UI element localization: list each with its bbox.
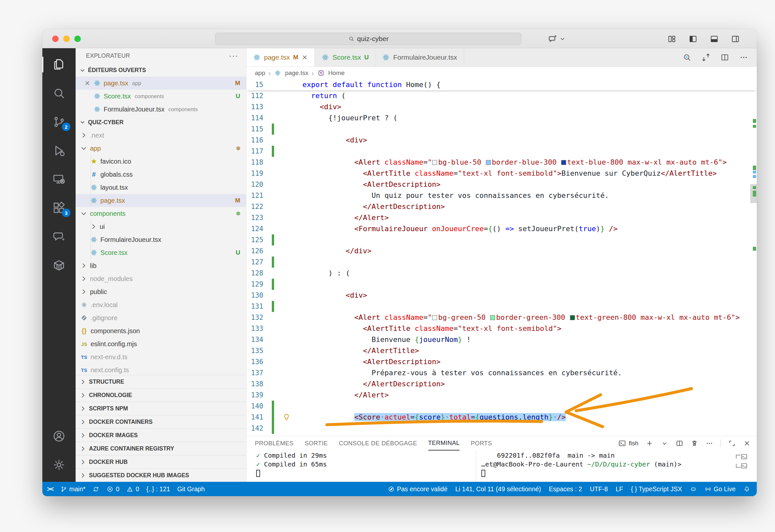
status-git-branch[interactable]: main* [60,485,86,493]
code-line-113[interactable]: 113 <div> [246,101,757,112]
code-line-137[interactable]: 137 Préparez-vous à tester vos connaissa… [246,367,757,379]
tree-item-components[interactable]: components [76,207,246,220]
terminal-pane-dev-server[interactable]: ✓ Compiled in 29ms✓ Compiled in 65ms [246,451,476,482]
panel-tab-TERMINAL[interactable]: TERMINAL [428,436,460,451]
status-language-mode[interactable]: { } TypeScript JSX [631,485,682,493]
sidebar-section-suggested-docker-hub-images[interactable]: SUGGESTED DOCKER HUB IMAGES [76,468,246,482]
split-terminal-icon[interactable] [676,439,683,447]
tree-item-lib[interactable]: lib [76,259,246,272]
more-actions-icon[interactable] [706,439,713,447]
status-cursor-position[interactable]: Li 141, Col 11 (49 sélectionné) [455,485,541,493]
status-git-graph[interactable]: Git Graph [177,485,205,493]
sidebar-section-structure[interactable]: STRUCTURE [76,375,246,388]
code-editor[interactable]: 15export default function Home() {112 re… [246,79,757,436]
code-line-141[interactable]: 141 <Score·actuel={score}·total={questio… [246,412,757,423]
close-icon[interactable] [301,54,308,61]
code-line-115[interactable]: 115 [246,123,757,135]
project-section-header[interactable]: QUIZ-CYBER [76,116,246,129]
status-eol[interactable]: LF [616,485,623,493]
activity-item-explorer[interactable] [42,50,76,79]
customize-layout-icon[interactable] [667,35,676,43]
status-copilot-status[interactable] [690,486,697,493]
code-line-128[interactable]: 128 ) : ( [246,268,757,279]
tree-item-public[interactable]: public [76,285,246,298]
status-git-sync[interactable] [93,486,99,493]
activity-item-extensions[interactable]: 3 [42,194,76,222]
code-line-121[interactable]: 121 Un quiz pour tester vos connaissance… [246,190,757,201]
toggle-primary-sidebar-icon[interactable] [689,35,697,43]
code-line-143[interactable]: 143 {questions.length > 0 ? ( [246,434,757,436]
code-line-136[interactable]: 136 <AlertDescription> [246,356,757,367]
tree-item-.next[interactable]: .next [76,129,246,142]
sidebar-section-scripts-npm[interactable]: SCRIPTS NPM [76,402,246,415]
activity-item-source-control[interactable]: 2 [42,108,76,136]
activity-item-run-and-debug[interactable] [42,136,76,165]
code-line-135[interactable]: 135 </AlertTitle> [246,345,757,356]
status-errors[interactable]: 0 [107,485,119,493]
tree-item-next-env.d.ts[interactable]: TSnext-env.d.ts [76,351,246,364]
tree-item-globals.css[interactable]: #globals.css [76,168,246,181]
terminal-session-item[interactable] [736,453,748,460]
activity-item-settings[interactable] [42,451,76,479]
panel-tab-PORTS[interactable]: PORTS [471,436,492,451]
kill-terminal-icon[interactable] [691,439,698,447]
code-line-116[interactable]: 116 <div> [246,135,757,146]
breadcrumb-item[interactable]: app [255,69,265,77]
activity-item-chat[interactable] [42,222,76,251]
maximize-panel-icon[interactable] [728,439,736,447]
code-line-125[interactable]: 125 [246,234,757,245]
code-line-130[interactable]: 130 <div> [246,290,757,301]
sidebar-section-docker-containers[interactable]: DOCKER CONTAINERS [76,415,246,428]
tree-item-node_modules[interactable]: node_modules [76,272,246,285]
panel-tab-CONSOLE DE DÉBOGAGE[interactable]: CONSOLE DE DÉBOGAGE [339,436,417,451]
code-line-123[interactable]: 123 </Alert> [246,212,757,223]
tab-page.tsx[interactable]: page.tsxM [246,48,315,66]
new-terminal-icon[interactable] [646,439,653,447]
overview-ruler[interactable] [750,79,757,436]
tree-item-eslint.config.mjs[interactable]: JSeslint.config.mjs [76,338,246,351]
code-line-134[interactable]: 134 Bienvenue {joueurNom} ! [246,334,757,345]
open-editor-FormulaireJoueur.tsx[interactable]: FormulaireJoueur.tsxcomponents [76,103,246,116]
panel-tab-PROBLÈMES[interactable]: PROBLÈMES [255,436,294,451]
close-window-button[interactable] [52,36,59,42]
breadcrumb[interactable]: app›page.tsx›Home [246,67,757,79]
tree-item-FormulaireJoueur.tsx[interactable]: FormulaireJoueur.tsx [76,233,246,246]
code-line-126[interactable]: 126 </div> [246,245,757,256]
code-line-139[interactable]: 139 </Alert> [246,390,757,401]
status-warnings[interactable]: 0 [126,485,139,493]
code-line-132[interactable]: 132 <Alert className="bg-green-50 border… [246,312,757,323]
sidebar-section-azure-container-registry[interactable]: AZURE CONTAINER REGISTRY [76,442,246,455]
code-line-138[interactable]: 138 </AlertDescription> [246,379,757,390]
code-line-131[interactable]: 131 [246,301,757,312]
terminal-profile[interactable]: fish [618,439,639,447]
code-line-112[interactable]: 112 return ( [246,90,757,101]
open-editor-page.tsx[interactable]: page.tsxappM [76,77,246,90]
status-references-count[interactable]: {..} : 121 [146,485,170,493]
status-indentation[interactable]: Espaces : 2 [549,485,582,493]
open-editor-Score.tsx[interactable]: Score.tsxcomponentsU [76,90,246,103]
toggle-panel-icon[interactable] [710,35,719,43]
activity-item-remote-explorer[interactable] [42,165,76,194]
panel-tab-SORTIE[interactable]: SORTIE [305,436,328,451]
more-actions-icon[interactable]: ··· [229,51,238,61]
copilot-chat-icon[interactable] [548,34,558,44]
tree-item-layout.tsx[interactable]: layout.tsx [76,181,246,194]
status-notifications[interactable] [743,486,750,493]
tree-item-ui[interactable]: ui [76,220,246,233]
more-icon[interactable] [739,53,748,62]
breadcrumb-item[interactable]: Home [328,69,345,77]
sidebar-section-chronologie[interactable]: CHRONOLOGIE [76,388,246,402]
chevron-down-icon[interactable] [661,439,668,447]
tree-item-Score.tsx[interactable]: Score.tsxU [76,246,246,259]
code-line-124[interactable]: 124 <FormulaireJoueur onJoueurCree={() =… [246,223,757,234]
sidebar-section-docker-hub[interactable]: DOCKER HUB [76,455,246,468]
command-center-search[interactable]: quiz-cyber [215,33,522,45]
activity-item-accounts[interactable] [42,422,76,451]
code-line-122[interactable]: 122 </AlertDescription> [246,201,757,212]
code-line-142[interactable]: 142 [246,423,757,434]
tree-item-page.tsx[interactable]: page.tsxM [76,194,246,207]
tree-item-components.json[interactable]: {}components.json [76,324,246,338]
split-icon[interactable] [720,53,729,62]
activity-item-docker[interactable] [42,251,76,280]
changes-icon[interactable] [701,53,710,62]
